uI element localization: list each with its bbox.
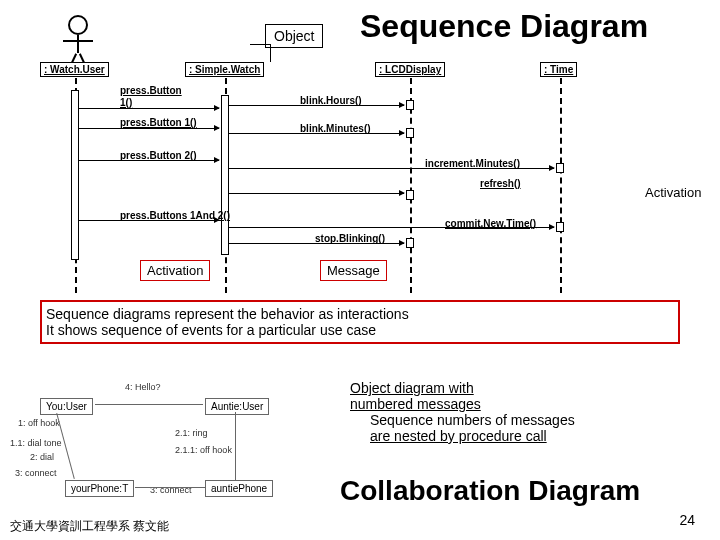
activation-label-right: Activation bbox=[645, 185, 701, 200]
collab-msg: 4: Hello? bbox=[125, 382, 161, 392]
collab-node: auntiePhone bbox=[205, 480, 273, 497]
collab-node: yourPhone:T bbox=[65, 480, 134, 497]
side-line: are nested by procedure call bbox=[370, 428, 575, 444]
collab-msg: 2.1: ring bbox=[175, 428, 208, 438]
arrow bbox=[229, 227, 554, 228]
message-text: press.Button 1() bbox=[120, 117, 197, 128]
collab-line bbox=[235, 412, 236, 480]
actor-icon bbox=[68, 15, 88, 68]
arrow bbox=[79, 108, 219, 109]
collab-node: Auntie:User bbox=[205, 398, 269, 415]
activation-label: Activation bbox=[140, 260, 210, 281]
collab-title: Collaboration Diagram bbox=[340, 475, 640, 507]
message-label: Message bbox=[320, 260, 387, 281]
page-number: 24 bbox=[679, 512, 695, 528]
lifeline-time: : Time bbox=[540, 62, 577, 77]
collaboration-diagram: You:User Auntie:User yourPhone:T auntieP… bbox=[10, 380, 330, 505]
activation-bar bbox=[406, 100, 414, 110]
footer-text: 交通大學資訓工程學系 蔡文能 bbox=[10, 518, 169, 535]
arrow bbox=[229, 193, 404, 194]
collab-line bbox=[95, 404, 203, 405]
arrow bbox=[229, 105, 404, 106]
activation-bar bbox=[556, 163, 564, 173]
activation-bar bbox=[406, 190, 414, 200]
object-label: Object bbox=[265, 24, 323, 48]
lifeline-lcd: : LCDDisplay bbox=[375, 62, 445, 77]
lifeline-simple: : Simple.Watch bbox=[185, 62, 264, 77]
message-text: press.Button bbox=[120, 85, 182, 96]
arrow bbox=[79, 128, 219, 129]
activation-bar bbox=[71, 90, 79, 260]
description-line: It shows sequence of events for a partic… bbox=[46, 322, 674, 338]
collab-msg: 1.1: dial tone bbox=[10, 438, 62, 448]
description-box: Sequence diagrams represent the behavior… bbox=[40, 300, 680, 344]
arrow bbox=[229, 133, 404, 134]
collab-msg: 1: off hook bbox=[18, 418, 60, 428]
callout-line bbox=[250, 44, 270, 45]
lifeline-dash bbox=[410, 78, 412, 293]
side-text: Object diagram with numbered messages Se… bbox=[350, 380, 575, 444]
message-text: refresh() bbox=[480, 178, 521, 189]
description-line: Sequence diagrams represent the behavior… bbox=[46, 306, 674, 322]
lifeline-actor: : Watch.User bbox=[40, 62, 109, 77]
side-line: numbered messages bbox=[350, 396, 575, 412]
collab-line bbox=[135, 487, 205, 488]
arrow bbox=[79, 160, 219, 161]
collab-msg: 2: dial bbox=[30, 452, 54, 462]
side-line: Sequence numbers of messages bbox=[370, 412, 575, 428]
activation-bar bbox=[221, 95, 229, 255]
collab-msg: 2.1.1: off hook bbox=[175, 445, 232, 455]
callout-line bbox=[270, 44, 271, 62]
arrow bbox=[229, 243, 404, 244]
side-line: Object diagram with bbox=[350, 380, 575, 396]
lifeline-dash bbox=[560, 78, 562, 293]
activation-bar bbox=[556, 222, 564, 232]
page-title: Sequence Diagram bbox=[360, 8, 648, 45]
collab-node: You:User bbox=[40, 398, 93, 415]
message-text: 1() bbox=[120, 97, 132, 108]
collab-msg: 3: connect bbox=[15, 468, 57, 478]
arrow bbox=[79, 220, 219, 221]
activation-bar bbox=[406, 128, 414, 138]
arrow bbox=[229, 168, 554, 169]
activation-bar bbox=[406, 238, 414, 248]
